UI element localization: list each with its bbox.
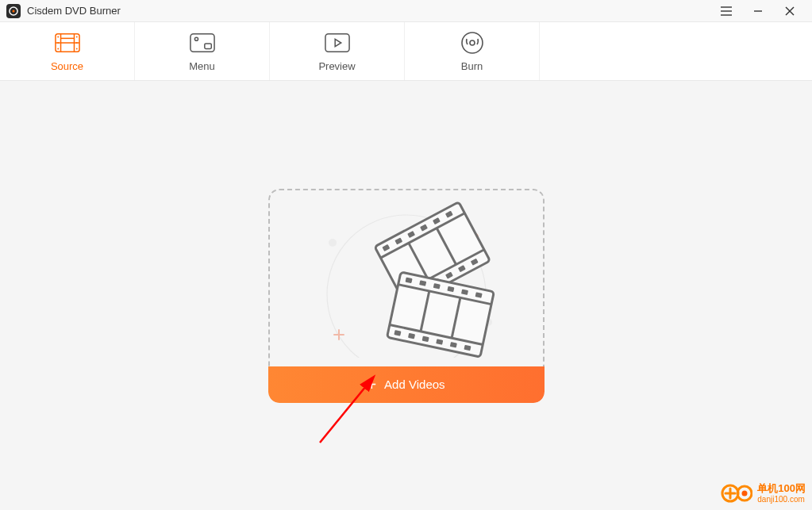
add-videos-button[interactable]: + Add Videos xyxy=(268,366,545,403)
svg-rect-22 xyxy=(204,44,210,49)
svg-point-18 xyxy=(75,42,77,44)
tab-label: Source xyxy=(51,60,83,72)
filmstrip-icon xyxy=(55,30,80,56)
titlebar: Cisdem DVD Burner xyxy=(0,0,812,22)
svg-point-14 xyxy=(57,36,59,38)
svg-point-15 xyxy=(57,42,59,44)
svg-rect-23 xyxy=(325,34,348,52)
tab-preview[interactable]: Preview xyxy=(270,22,405,80)
watermark-line1: 单机100网 xyxy=(757,483,806,494)
content-area: + Add Videos xyxy=(0,81,812,510)
minimize-button[interactable] xyxy=(742,0,774,22)
svg-point-16 xyxy=(57,48,59,50)
svg-point-21 xyxy=(194,37,198,40)
close-button[interactable] xyxy=(774,0,806,22)
add-videos-label: Add Videos xyxy=(384,378,444,391)
watermark: 单机100网 danji100.com xyxy=(721,481,806,505)
svg-point-28 xyxy=(329,239,337,247)
tab-bar: Source Menu Preview xyxy=(0,22,812,81)
app-logo-icon xyxy=(6,4,21,18)
svg-point-19 xyxy=(75,48,77,50)
tab-label: Burn xyxy=(461,60,483,72)
plus-icon: + xyxy=(367,377,376,393)
watermark-line2: danji100.com xyxy=(757,495,806,504)
tab-source[interactable]: Source xyxy=(0,22,135,80)
svg-point-2 xyxy=(13,10,15,12)
preview-play-icon xyxy=(325,30,350,56)
tab-burn[interactable]: Burn xyxy=(405,22,540,80)
menu-button[interactable] xyxy=(710,0,742,22)
tab-label: Preview xyxy=(318,60,355,72)
tab-label: Menu xyxy=(189,60,215,72)
tab-menu[interactable]: Menu xyxy=(135,22,270,80)
svg-point-25 xyxy=(462,33,483,53)
svg-point-73 xyxy=(742,491,748,497)
svg-marker-24 xyxy=(335,39,341,46)
window-title: Cisdem DVD Burner xyxy=(27,5,710,17)
disc-burn-icon xyxy=(460,30,485,56)
watermark-logo-icon xyxy=(721,481,752,505)
menu-template-icon xyxy=(190,30,215,56)
dropzone[interactable]: + Add Videos xyxy=(268,189,545,403)
svg-point-26 xyxy=(470,40,475,45)
svg-point-17 xyxy=(75,36,77,38)
dropzone-illustration xyxy=(268,189,545,366)
